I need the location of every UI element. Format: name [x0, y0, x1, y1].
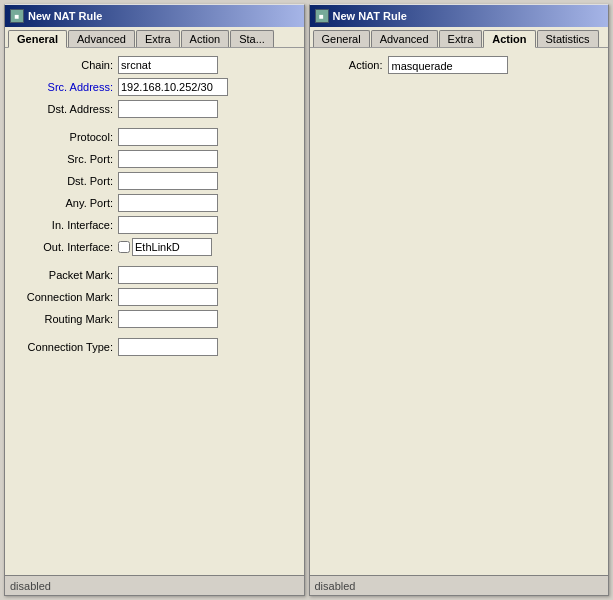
out-interface-input[interactable]: [132, 238, 212, 256]
src-port-label: Src. Port:: [13, 153, 118, 165]
chain-row: Chain:: [13, 56, 296, 74]
tab-extra-1[interactable]: Extra: [136, 30, 180, 47]
any-port-row: Any. Port:: [13, 194, 296, 212]
tab-general-1[interactable]: General: [8, 30, 67, 48]
window-icon-1: ■: [10, 9, 24, 23]
connection-mark-input[interactable]: [118, 288, 218, 306]
tab-advanced-1[interactable]: Advanced: [68, 30, 135, 47]
out-interface-container: [118, 238, 212, 256]
protocol-row: Protocol:: [13, 128, 296, 146]
src-address-input[interactable]: [118, 78, 228, 96]
protocol-input[interactable]: [118, 128, 218, 146]
title-bar-1: ■ New NAT Rule: [5, 5, 304, 27]
connection-mark-label: Connection Mark:: [13, 291, 118, 303]
out-interface-row: Out. Interface:: [13, 238, 296, 256]
tab-extra-2[interactable]: Extra: [439, 30, 483, 47]
protocol-label: Protocol:: [13, 131, 118, 143]
dst-address-label: Dst. Address:: [13, 103, 118, 115]
packet-mark-input[interactable]: [118, 266, 218, 284]
packet-mark-row: Packet Mark:: [13, 266, 296, 284]
status-bar-2: disabled: [310, 575, 609, 595]
out-interface-checkbox[interactable]: [118, 241, 130, 253]
src-address-label: Src. Address:: [13, 81, 118, 93]
title-bar-2: ■ New NAT Rule: [310, 5, 609, 27]
connection-type-input[interactable]: [118, 338, 218, 356]
form-content-1: Chain: Src. Address: Dst. Address: Proto…: [5, 48, 304, 575]
action-value: masquerade: [388, 56, 508, 74]
chain-input[interactable]: [118, 56, 218, 74]
in-interface-label: In. Interface:: [13, 219, 118, 231]
action-content: Action: masquerade: [310, 48, 609, 575]
src-port-input[interactable]: [118, 150, 218, 168]
tab-bar-2: General Advanced Extra Action Statistics: [310, 27, 609, 48]
window2: ■ New NAT Rule General Advanced Extra Ac…: [309, 4, 610, 596]
status-bar-1: disabled: [5, 575, 304, 595]
routing-mark-label: Routing Mark:: [13, 313, 118, 325]
connection-type-row: Connection Type:: [13, 338, 296, 356]
action-label: Action:: [318, 59, 388, 71]
dst-port-label: Dst. Port:: [13, 175, 118, 187]
tab-action-2[interactable]: Action: [483, 30, 535, 48]
tab-general-2[interactable]: General: [313, 30, 370, 47]
routing-mark-input[interactable]: [118, 310, 218, 328]
dst-address-input[interactable]: [118, 100, 218, 118]
packet-mark-label: Packet Mark:: [13, 269, 118, 281]
status-text-2: disabled: [315, 580, 356, 592]
tab-bar-1: General Advanced Extra Action Sta...: [5, 27, 304, 48]
src-port-row: Src. Port:: [13, 150, 296, 168]
in-interface-row: In. Interface:: [13, 216, 296, 234]
dst-port-input[interactable]: [118, 172, 218, 190]
tab-sta-1[interactable]: Sta...: [230, 30, 274, 47]
chain-label: Chain:: [13, 59, 118, 71]
window1: ■ New NAT Rule General Advanced Extra Ac…: [4, 4, 305, 596]
dst-address-row: Dst. Address:: [13, 100, 296, 118]
in-interface-input[interactable]: [118, 216, 218, 234]
connection-type-label: Connection Type:: [13, 341, 118, 353]
tab-statistics-2[interactable]: Statistics: [537, 30, 599, 47]
routing-mark-row: Routing Mark:: [13, 310, 296, 328]
window-title-2: New NAT Rule: [333, 10, 407, 22]
action-row: Action: masquerade: [318, 56, 601, 74]
dst-port-row: Dst. Port:: [13, 172, 296, 190]
window-title-1: New NAT Rule: [28, 10, 102, 22]
any-port-input[interactable]: [118, 194, 218, 212]
any-port-label: Any. Port:: [13, 197, 118, 209]
connection-mark-row: Connection Mark:: [13, 288, 296, 306]
out-interface-label: Out. Interface:: [13, 241, 118, 253]
src-address-row: Src. Address:: [13, 78, 296, 96]
window-icon-2: ■: [315, 9, 329, 23]
tab-action-1[interactable]: Action: [181, 30, 230, 47]
tab-advanced-2[interactable]: Advanced: [371, 30, 438, 47]
status-text-1: disabled: [10, 580, 51, 592]
